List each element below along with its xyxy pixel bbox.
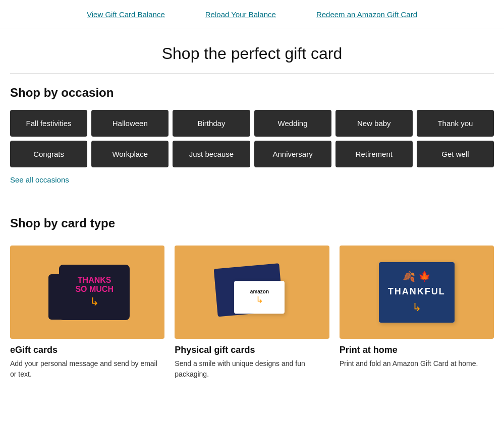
- occasion-button[interactable]: Just because: [173, 141, 250, 167]
- redeem-link[interactable]: Redeem an Amazon Gift Card: [316, 10, 417, 19]
- card-type-description: Send a smile with unique designs and fun…: [175, 358, 329, 380]
- card-type-section-title: Shop by card type: [10, 216, 494, 230]
- card-type-egift[interactable]: amazon ↳ THANKSSO MUCH ↳ eGift cards Add…: [10, 246, 164, 380]
- occasion-section-title: Shop by occasion: [10, 86, 494, 100]
- occasion-button[interactable]: Thank you: [417, 110, 494, 137]
- occasion-button[interactable]: Birthday: [173, 110, 250, 137]
- occasion-button[interactable]: Get well: [417, 141, 494, 167]
- occasion-button[interactable]: Halloween: [91, 110, 169, 137]
- folded-card-mockup: 🍂 🍁 THANKFUL ↳: [379, 262, 455, 323]
- card-type-description: Print and fold an Amazon Gift Card at ho…: [340, 358, 494, 369]
- card-type-name: Print at home: [340, 345, 494, 355]
- reload-balance-link[interactable]: Reload Your Balance: [205, 10, 276, 19]
- tablet-mockup: THANKSSO MUCH ↳: [59, 265, 130, 320]
- occasion-grid: Fall festivitiesHalloweenBirthdayWedding…: [10, 110, 494, 167]
- egift-image: amazon ↳ THANKSSO MUCH ↳: [10, 246, 164, 339]
- occasion-button[interactable]: Retirement: [335, 141, 413, 167]
- top-navigation: View Gift Card Balance Reload Your Balan…: [0, 0, 504, 29]
- occasion-button[interactable]: Workplace: [91, 141, 169, 167]
- print-image: 🍂 🍁 THANKFUL ↳: [340, 246, 494, 339]
- occasion-button[interactable]: Anniversary: [254, 141, 331, 167]
- see-all-occasions-link[interactable]: See all occasions: [10, 175, 69, 184]
- occasion-button[interactable]: Congrats: [10, 141, 87, 167]
- card-type-physical[interactable]: ↳ amazon ↳ Physical gift cards Send a sm…: [175, 246, 329, 380]
- gift-card-mockup: amazon ↳: [234, 281, 285, 314]
- card-type-name: Physical gift cards: [175, 345, 329, 355]
- shop-by-occasion-section: Shop by occasion Fall festivitiesHallowe…: [0, 74, 504, 204]
- occasion-button[interactable]: Fall festivities: [10, 110, 87, 137]
- card-type-name: eGift cards: [10, 345, 164, 355]
- card-type-print[interactable]: 🍂 🍁 THANKFUL ↳ Print at home Print and f…: [340, 246, 494, 380]
- view-balance-link[interactable]: View Gift Card Balance: [87, 10, 165, 19]
- card-type-grid: amazon ↳ THANKSSO MUCH ↳ eGift cards Add…: [10, 240, 494, 395]
- page-title: Shop the perfect gift card: [0, 29, 504, 73]
- occasion-button[interactable]: New baby: [335, 110, 413, 137]
- shop-by-card-type-section: Shop by card type amazon ↳ THANKSSO MUCH…: [0, 204, 504, 400]
- occasion-button[interactable]: Wedding: [254, 110, 331, 137]
- card-type-description: Add your personal message and send by em…: [10, 358, 164, 380]
- physical-image: ↳ amazon ↳: [175, 246, 329, 339]
